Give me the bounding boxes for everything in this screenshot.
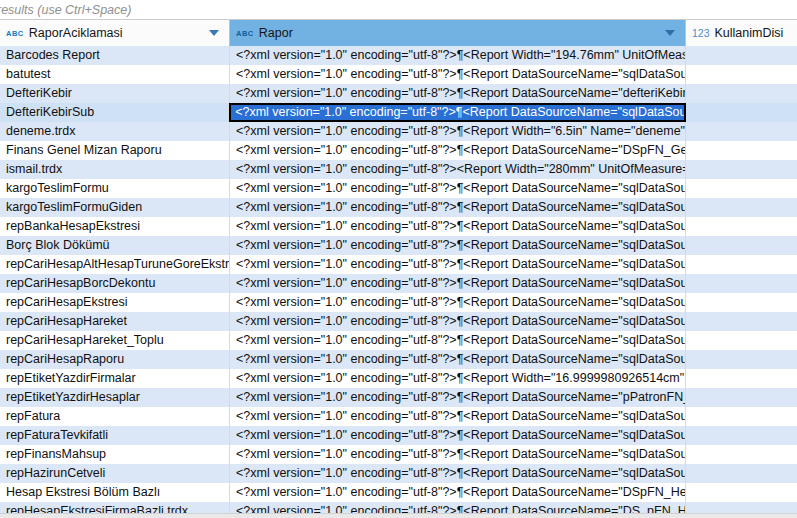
table-row[interactable]: repCariHesapHareket<?xml version="1.0" e… — [0, 312, 797, 331]
cell-raporaciklamasi[interactable]: Hesap Ekstresi Bölüm Bazlı — [0, 483, 230, 502]
cell-rapor[interactable]: <?xml version="1.0" encoding="utf-8"?>¶<… — [230, 65, 686, 84]
cell-rapor[interactable]: <?xml version="1.0" encoding="utf-8"?>¶<… — [230, 369, 686, 388]
cell-rapor[interactable]: <?xml version="1.0" encoding="utf-8"?>¶<… — [230, 350, 686, 369]
cell-raporaciklamasi[interactable]: repCariHesapBorcDekontu — [0, 274, 230, 293]
column-header-rapor[interactable]: ABCRapor — [230, 20, 686, 46]
cell-raporaciklamasi[interactable]: batutest — [0, 65, 230, 84]
cell-rapor[interactable]: <?xml version="1.0" encoding="utf-8"?>¶<… — [230, 445, 686, 464]
cell-rapor[interactable]: <?xml version="1.0" encoding="utf-8"?>¶<… — [230, 141, 686, 160]
cell-kullanimdisi[interactable] — [686, 122, 797, 141]
cell-kullanimdisi[interactable] — [686, 141, 797, 160]
cell-kullanimdisi[interactable] — [686, 84, 797, 103]
cell-rapor[interactable]: <?xml version="1.0" encoding="utf-8"?>¶<… — [230, 483, 686, 502]
cell-rapor[interactable]: <?xml version="1.0" encoding="utf-8"?>¶<… — [230, 464, 686, 483]
column-header-raporaciklamasi[interactable]: ABCRaporAciklamasi — [0, 20, 230, 46]
table-row[interactable]: repEtiketYazdirFirmalar<?xml version="1.… — [0, 369, 797, 388]
cell-rapor[interactable]: <?xml version="1.0" encoding="utf-8"?><R… — [230, 160, 686, 179]
table-row[interactable]: deneme.trdx<?xml version="1.0" encoding=… — [0, 122, 797, 141]
focused-cell[interactable]: <?xml version="1.0" encoding="utf-8"?>¶<… — [229, 103, 686, 122]
table-row[interactable]: repFatura<?xml version="1.0" encoding="u… — [0, 407, 797, 426]
table-row[interactable]: Barcodes Report<?xml version="1.0" encod… — [0, 46, 797, 65]
cell-raporaciklamasi[interactable]: repBankaHesapEkstresi — [0, 217, 230, 236]
cell-rapor[interactable]: <?xml version="1.0" encoding="utf-8"?>¶<… — [230, 426, 686, 445]
cell-kullanimdisi[interactable] — [686, 464, 797, 483]
cell-raporaciklamasi[interactable]: DefteriKebir — [0, 84, 230, 103]
table-row[interactable]: repCariHesapAltHesapTuruneGoreEkstresi<?… — [0, 255, 797, 274]
cell-kullanimdisi[interactable] — [686, 388, 797, 407]
cell-raporaciklamasi[interactable]: kargoTeslimFormu — [0, 179, 230, 198]
table-row[interactable]: Finans Genel Mizan Raporu<?xml version="… — [0, 141, 797, 160]
cell-raporaciklamasi[interactable]: repCariHesapRaporu — [0, 350, 230, 369]
table-row[interactable]: DefteriKebirSub<?xml version="1.0" encod… — [0, 103, 797, 122]
cell-rapor[interactable]: <?xml version="1.0" encoding="utf-8"?>¶<… — [230, 407, 686, 426]
cell-raporaciklamasi[interactable]: Barcodes Report — [0, 46, 230, 65]
cell-raporaciklamasi[interactable]: repFatura — [0, 407, 230, 426]
cell-raporaciklamasi[interactable]: repCariHesapAltHesapTuruneGoreEkstresi — [0, 255, 230, 274]
table-row[interactable]: Hesap Ekstresi Bölüm Bazlı<?xml version=… — [0, 483, 797, 502]
cell-rapor[interactable]: <?xml version="1.0" encoding="utf-8"?>¶<… — [230, 179, 686, 198]
cell-rapor[interactable]: <?xml version="1.0" encoding="utf-8"?>¶<… — [230, 217, 686, 236]
column-header-kullanimdisi[interactable]: 123KullanimDisi — [686, 20, 797, 46]
cell-kullanimdisi[interactable] — [686, 160, 797, 179]
cell-rapor[interactable]: <?xml version="1.0" encoding="utf-8"?>¶<… — [230, 46, 686, 65]
cell-raporaciklamasi[interactable]: Finans Genel Mizan Raporu — [0, 141, 230, 160]
table-row[interactable]: kargoTeslimFormuGiden<?xml version="1.0"… — [0, 198, 797, 217]
table-row[interactable]: ismail.trdx<?xml version="1.0" encoding=… — [0, 160, 797, 179]
cell-rapor[interactable]: <?xml version="1.0" encoding="utf-8"?>¶<… — [230, 331, 686, 350]
cell-raporaciklamasi[interactable]: repCariHesapHareket_Toplu — [0, 331, 230, 350]
cell-rapor[interactable]: <?xml version="1.0" encoding="utf-8"?>¶<… — [230, 84, 686, 103]
cell-rapor[interactable]: <?xml version="1.0" encoding="utf-8"?>¶<… — [230, 255, 686, 274]
cell-kullanimdisi[interactable] — [686, 103, 797, 122]
table-row[interactable]: repBankaHesapEkstresi<?xml version="1.0"… — [0, 217, 797, 236]
cell-kullanimdisi[interactable] — [686, 445, 797, 464]
cell-raporaciklamasi[interactable]: repFaturaTevkifatli — [0, 426, 230, 445]
cell-rapor[interactable]: <?xml version="1.0" encoding="utf-8"?>¶<… — [230, 312, 686, 331]
cell-raporaciklamasi[interactable]: deneme.trdx — [0, 122, 230, 141]
cell-kullanimdisi[interactable] — [686, 426, 797, 445]
table-row[interactable]: repFinansMahsup<?xml version="1.0" encod… — [0, 445, 797, 464]
cell-raporaciklamasi[interactable]: repEtiketYazdirHesaplar — [0, 388, 230, 407]
cell-kullanimdisi[interactable] — [686, 483, 797, 502]
cell-kullanimdisi[interactable] — [686, 350, 797, 369]
cell-rapor[interactable]: <?xml version="1.0" encoding="utf-8"?>¶<… — [230, 293, 686, 312]
cell-kullanimdisi[interactable] — [686, 331, 797, 350]
cell-kullanimdisi[interactable] — [686, 198, 797, 217]
column-filter-dropdown-icon[interactable] — [665, 30, 675, 36]
cell-kullanimdisi[interactable] — [686, 369, 797, 388]
cell-rapor[interactable]: <?xml version="1.0" encoding="utf-8"?>¶<… — [230, 122, 686, 141]
table-row[interactable]: repCariHesapEkstresi<?xml version="1.0" … — [0, 293, 797, 312]
table-row[interactable]: kargoTeslimFormu<?xml version="1.0" enco… — [0, 179, 797, 198]
cell-raporaciklamasi[interactable]: repEtiketYazdirFirmalar — [0, 369, 230, 388]
table-row[interactable]: repCariHesapRaporu<?xml version="1.0" en… — [0, 350, 797, 369]
cell-raporaciklamasi[interactable]: repHazirunCetveli — [0, 464, 230, 483]
cell-kullanimdisi[interactable] — [686, 255, 797, 274]
cell-raporaciklamasi[interactable]: kargoTeslimFormuGiden — [0, 198, 230, 217]
cell-raporaciklamasi[interactable]: DefteriKebirSub — [0, 103, 229, 122]
cell-kullanimdisi[interactable] — [686, 407, 797, 426]
filter-input[interactable]: results (use Ctrl+Space) — [0, 0, 797, 20]
cell-raporaciklamasi[interactable]: repFinansMahsup — [0, 445, 230, 464]
table-row[interactable]: repCariHesapBorcDekontu<?xml version="1.… — [0, 274, 797, 293]
cell-kullanimdisi[interactable] — [686, 236, 797, 255]
cell-kullanimdisi[interactable] — [686, 46, 797, 65]
cell-raporaciklamasi[interactable]: ismail.trdx — [0, 160, 230, 179]
table-row[interactable]: repFaturaTevkifatli<?xml version="1.0" e… — [0, 426, 797, 445]
cell-raporaciklamasi[interactable]: repCariHesapHareket — [0, 312, 230, 331]
horizontal-scrollbar[interactable] — [0, 513, 797, 518]
cell-kullanimdisi[interactable] — [686, 179, 797, 198]
cell-raporaciklamasi[interactable]: repCariHesapEkstresi — [0, 293, 230, 312]
cell-rapor[interactable]: <?xml version="1.0" encoding="utf-8"?>¶<… — [230, 388, 686, 407]
table-row[interactable]: Borç Blok Dökümü<?xml version="1.0" enco… — [0, 236, 797, 255]
cell-kullanimdisi[interactable] — [686, 312, 797, 331]
cell-rapor[interactable]: <?xml version="1.0" encoding="utf-8"?>¶<… — [230, 274, 686, 293]
cell-kullanimdisi[interactable] — [686, 274, 797, 293]
table-row[interactable]: repEtiketYazdirHesaplar<?xml version="1.… — [0, 388, 797, 407]
column-filter-dropdown-icon[interactable] — [209, 30, 219, 36]
cell-kullanimdisi[interactable] — [686, 217, 797, 236]
table-row[interactable]: repCariHesapHareket_Toplu<?xml version="… — [0, 331, 797, 350]
table-row[interactable]: batutest<?xml version="1.0" encoding="ut… — [0, 65, 797, 84]
cell-kullanimdisi[interactable] — [686, 293, 797, 312]
table-row[interactable]: repHazirunCetveli<?xml version="1.0" enc… — [0, 464, 797, 483]
table-row[interactable]: DefteriKebir<?xml version="1.0" encoding… — [0, 84, 797, 103]
cell-rapor[interactable]: <?xml version="1.0" encoding="utf-8"?>¶<… — [230, 198, 686, 217]
